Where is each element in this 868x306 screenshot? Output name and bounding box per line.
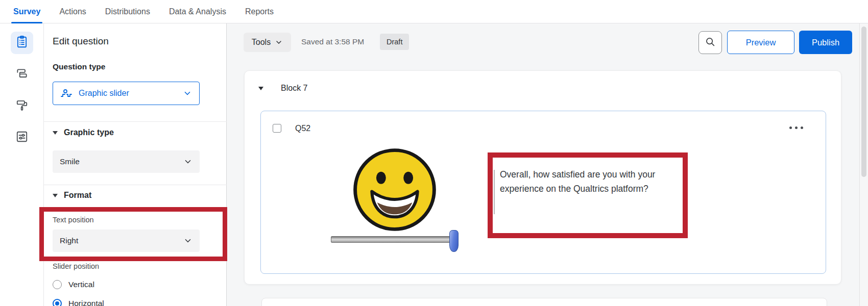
panel-divider: [44, 121, 227, 122]
graphic-slider-handle[interactable]: [449, 230, 459, 252]
publish-button[interactable]: Publish: [799, 31, 852, 54]
chevron-down-icon: [183, 157, 192, 166]
format-section-header[interactable]: Format: [53, 191, 91, 200]
tab-data-analysis[interactable]: Data & Analysis: [169, 0, 226, 23]
question-type-label: Question type: [53, 62, 105, 71]
question-menu-kebab-icon[interactable]: [789, 126, 803, 129]
left-icon-rail: [0, 23, 44, 306]
collapse-triangle-icon: [53, 194, 58, 197]
survey-flow-button[interactable]: [11, 63, 33, 86]
text-position-dropdown[interactable]: Right: [53, 230, 200, 252]
question-id: Q52: [295, 124, 310, 133]
collapse-triangle-icon: [258, 87, 263, 90]
text-position-value: Right: [60, 236, 78, 245]
saved-status-text: Saved at 3:58 PM: [301, 37, 364, 46]
look-and-feel-button[interactable]: [11, 95, 33, 117]
chevron-down-icon: [275, 38, 283, 46]
block-title: Block 7: [281, 84, 307, 93]
graphic-slider-icon: [60, 87, 73, 99]
tab-survey[interactable]: Survey: [13, 0, 40, 23]
text-position-label: Text position: [53, 216, 94, 224]
chevron-down-icon: [183, 89, 192, 98]
radio-circle-selected-icon: [53, 299, 62, 306]
format-label: Format: [64, 191, 91, 200]
search-icon: [705, 36, 716, 49]
tools-label: Tools: [252, 38, 271, 47]
radio-horizontal-label: Horizontal: [68, 299, 104, 306]
clipboard-list-icon: [15, 35, 29, 50]
flow-blocks-icon: [15, 67, 29, 82]
graphic-slider-track[interactable]: [331, 236, 455, 243]
survey-builder-button[interactable]: [11, 32, 33, 54]
graphic-type-label: Graphic type: [64, 128, 114, 137]
panel-divider: [44, 185, 227, 185]
tab-reports[interactable]: Reports: [245, 0, 274, 23]
radio-horizontal[interactable]: Horizontal: [53, 299, 104, 306]
graphic-type-value: Smile: [60, 157, 80, 166]
next-question-card[interactable]: [261, 298, 827, 306]
radio-circle-icon: [53, 280, 62, 289]
preview-button[interactable]: Preview: [727, 31, 794, 54]
question-checkbox[interactable]: [273, 124, 281, 133]
draft-status-badge: Draft: [380, 34, 409, 50]
tab-actions[interactable]: Actions: [59, 0, 86, 23]
radio-vertical-label: Vertical: [68, 280, 94, 289]
tools-button[interactable]: Tools: [244, 33, 291, 52]
question-text[interactable]: Overall, how satisfied are you with your…: [500, 168, 664, 196]
question-text-left-bar: [494, 170, 495, 214]
question-type-dropdown[interactable]: Graphic slider: [53, 82, 200, 105]
graphic-type-dropdown[interactable]: Smile: [53, 150, 200, 173]
search-button[interactable]: [698, 31, 722, 54]
chevron-down-icon: [183, 236, 192, 245]
draft-badge-label: Draft: [387, 38, 402, 46]
top-nav: Survey Actions Distributions Data & Anal…: [0, 0, 868, 23]
settings-sliders-icon: [15, 130, 29, 145]
radio-vertical[interactable]: Vertical: [53, 280, 94, 289]
graphic-type-section-header[interactable]: Graphic type: [53, 128, 114, 137]
block-collapse-header[interactable]: Block 7: [258, 84, 307, 93]
smiley-face-graphic: [351, 146, 439, 236]
question-type-value: Graphic slider: [79, 89, 129, 98]
paint-roller-icon: [15, 98, 29, 114]
edit-question-panel: Edit question Question type Graphic slid…: [44, 23, 227, 306]
panel-title: Edit question: [53, 36, 109, 47]
collapse-triangle-icon: [53, 131, 58, 135]
tab-distributions[interactable]: Distributions: [105, 0, 150, 23]
survey-options-button[interactable]: [11, 126, 33, 149]
slider-position-label: Slider position: [53, 262, 99, 270]
scrollbar-thumb[interactable]: [861, 27, 866, 177]
